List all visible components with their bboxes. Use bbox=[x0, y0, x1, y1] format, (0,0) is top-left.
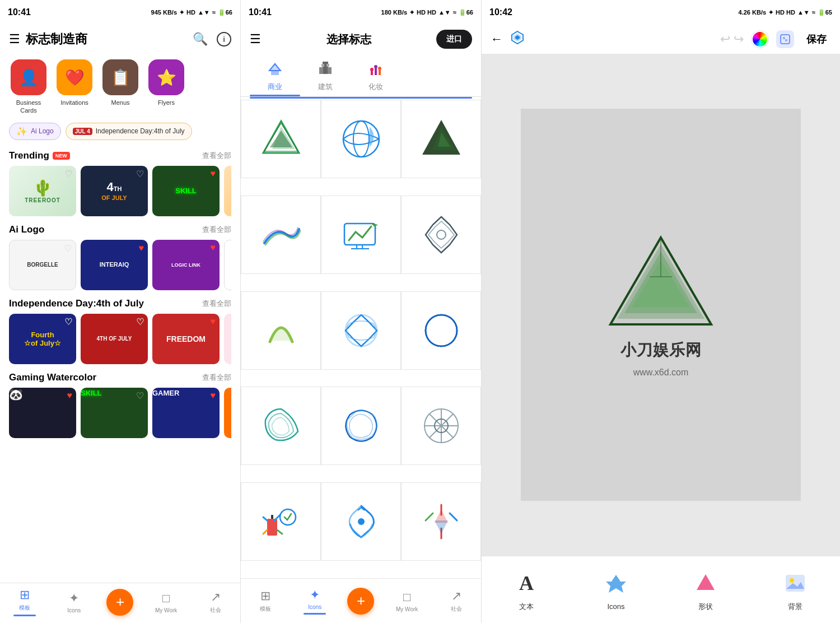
card-treeroot[interactable]: ♡ 🌵 TREEROOT bbox=[9, 166, 76, 216]
heart-icon-logiclink[interactable]: ♥ bbox=[211, 243, 216, 253]
heart-icon-fourth[interactable]: ♡ bbox=[64, 317, 72, 327]
logo-cell-15[interactable] bbox=[401, 482, 481, 561]
logo-cell-14[interactable] bbox=[321, 482, 401, 561]
card-gamer1[interactable]: ♥ 🐼 bbox=[9, 388, 76, 438]
canvas-background: 小刀娱乐网 www.x6d.com bbox=[521, 109, 801, 501]
heart-icon-gamer3[interactable]: ♥ bbox=[211, 390, 216, 401]
card-interaiq[interactable]: ♥ INTERAIQ bbox=[81, 240, 148, 290]
logo-cell-6[interactable] bbox=[401, 196, 481, 274]
tag-ai-logo[interactable]: ✨ Ai Logo bbox=[9, 123, 61, 140]
heart-icon-gamer1[interactable]: ♥ bbox=[67, 390, 73, 401]
logo-cell-11[interactable] bbox=[321, 387, 401, 465]
section-title-ailogo: Ai Logo bbox=[9, 224, 44, 235]
share-icon[interactable] bbox=[776, 30, 794, 48]
trending-cards: ♡ 🌵 TREEROOT ♡ 4TH OF JULY ♥ SKILL bbox=[9, 166, 231, 218]
info-icon-1[interactable]: i bbox=[217, 32, 231, 47]
heart-icon-treeroot[interactable]: ♡ bbox=[64, 169, 72, 179]
logo-cell-8[interactable] bbox=[321, 291, 401, 370]
card-gamer2[interactable]: ♡ SKILL bbox=[81, 388, 148, 438]
canvas-area[interactable]: 小刀娱乐网 www.x6d.com bbox=[482, 54, 840, 556]
heart-icon-gamer2[interactable]: ♡ bbox=[136, 390, 144, 401]
svg-marker-52 bbox=[435, 520, 448, 534]
card-july[interactable]: ♡ 4TH OF JULY bbox=[81, 166, 148, 216]
category-row-1: 👤 BusinessCards ❤️ Invitations 📋 Menus ⭐… bbox=[0, 54, 240, 120]
heart-icon-freedom[interactable]: ♥ bbox=[211, 317, 216, 327]
nav-templates-1[interactable]: ⊞ 模板 bbox=[8, 588, 41, 616]
section-title-gaming: Gaming Watercolor bbox=[9, 372, 96, 383]
card-freedom[interactable]: ♥ FREEDOM bbox=[152, 314, 220, 364]
nav-social-1[interactable]: ↗ 社会 bbox=[199, 590, 232, 614]
redo-icon[interactable]: ↪ bbox=[734, 32, 744, 47]
heart-icon-skill[interactable]: ♥ bbox=[211, 169, 216, 179]
sections-scroll-1[interactable]: Trending NEW 查看全部 ♡ 🌵 TREEROOT ♡ 4TH OF … bbox=[0, 145, 240, 583]
category-flyers[interactable]: ⭐ Flyers bbox=[147, 59, 186, 115]
card-fourth[interactable]: ♡ Fourth☆of July☆ bbox=[9, 314, 76, 364]
logo-cell-1[interactable] bbox=[241, 100, 321, 178]
heart-icon-interaiq[interactable]: ♥ bbox=[139, 243, 144, 253]
logo-cell-7[interactable] bbox=[241, 291, 321, 370]
tool-shapes[interactable]: 形状 bbox=[690, 568, 721, 612]
tab-cosmetics[interactable]: 化妆 bbox=[351, 54, 401, 96]
nav-mywork-2[interactable]: □ My Work bbox=[390, 590, 424, 612]
card-skill[interactable]: ♥ SKILL bbox=[152, 166, 220, 216]
card-logiclink[interactable]: ♥ LOGIC LINK bbox=[152, 240, 220, 290]
logo-cell-5[interactable] bbox=[321, 196, 401, 274]
heart-icon-borgelle[interactable]: ♡ bbox=[64, 243, 72, 254]
nav-icons-2[interactable]: ✦ Icons bbox=[298, 588, 332, 615]
tool-text[interactable]: A 文本 bbox=[511, 568, 542, 612]
tab-business[interactable]: 商业 bbox=[250, 54, 300, 96]
back-icon[interactable]: ← bbox=[491, 32, 503, 47]
logo-cell-12[interactable] bbox=[401, 387, 481, 465]
add-button-1[interactable]: + bbox=[106, 589, 133, 616]
trending-viewall[interactable]: 查看全部 bbox=[202, 151, 231, 161]
independence-viewall[interactable]: 查看全部 bbox=[202, 299, 231, 309]
tab-architecture[interactable]: 建筑 bbox=[300, 54, 351, 96]
card-gamer4[interactable] bbox=[224, 388, 231, 438]
category-invitations[interactable]: ❤️ Invitations bbox=[55, 59, 94, 115]
svg-rect-8 bbox=[379, 69, 381, 75]
social-icon-1: ↗ bbox=[211, 590, 221, 605]
card-borgelle[interactable]: ♡ BORGELLE bbox=[9, 240, 76, 290]
menu-icon-2[interactable]: ☰ bbox=[250, 32, 261, 47]
import-button[interactable]: 进口 bbox=[436, 30, 472, 49]
card-cut[interactable] bbox=[224, 166, 231, 216]
nav-mywork-1[interactable]: □ My Work bbox=[150, 591, 183, 613]
layers-icon[interactable] bbox=[510, 30, 525, 49]
category-business-cards[interactable]: 👤 BusinessCards bbox=[9, 59, 48, 115]
tool-icons[interactable]: Icons bbox=[601, 569, 631, 611]
svg-rect-1 bbox=[323, 62, 328, 74]
category-menus[interactable]: 📋 Menus bbox=[101, 59, 140, 115]
logo-cell-4[interactable] bbox=[241, 196, 321, 274]
card-ai4[interactable] bbox=[224, 240, 231, 290]
header-3: ← ↩ ↪ 保存 bbox=[482, 25, 840, 54]
logo-cell-10[interactable] bbox=[241, 387, 321, 465]
svg-point-45 bbox=[280, 509, 296, 525]
heart-icon-july[interactable]: ♡ bbox=[136, 169, 144, 179]
add-button-2[interactable]: + bbox=[347, 588, 374, 615]
svg-rect-3 bbox=[328, 67, 332, 74]
search-icon-1[interactable]: 🔍 bbox=[193, 32, 208, 47]
svg-point-10 bbox=[374, 65, 377, 68]
nav-social-2[interactable]: ↗ 社会 bbox=[440, 589, 473, 613]
heart-icon-4thofjuly[interactable]: ♡ bbox=[136, 317, 144, 327]
card-ind4[interactable] bbox=[224, 314, 231, 364]
card-gamer3[interactable]: ♥ GAMER bbox=[152, 388, 220, 438]
logo-cell-13[interactable] bbox=[241, 482, 321, 561]
color-wheel-icon[interactable] bbox=[752, 31, 768, 48]
status-icons-2: 180 KB/s ✦ HD HD ▲▼ ≈ 🔋66 bbox=[381, 9, 473, 16]
ailogo-viewall[interactable]: 查看全部 bbox=[202, 225, 231, 235]
logo-cell-2[interactable] bbox=[321, 100, 401, 178]
gaming-viewall[interactable]: 查看全部 bbox=[202, 373, 231, 383]
svg-point-11 bbox=[378, 67, 381, 70]
social-icon-2: ↗ bbox=[451, 589, 461, 603]
save-button[interactable]: 保存 bbox=[802, 30, 831, 48]
logo-cell-9[interactable] bbox=[401, 291, 481, 370]
tool-background[interactable]: 背景 bbox=[780, 568, 810, 612]
logo-cell-3[interactable] bbox=[401, 100, 481, 178]
card-4thofjuly[interactable]: ♡ 4TH OF JULY bbox=[81, 314, 148, 364]
tag-independence-day[interactable]: JUL 4 Independence Day:4th of July bbox=[66, 123, 192, 140]
nav-icons-1[interactable]: ✦ Icons bbox=[57, 591, 91, 613]
nav-templates-2[interactable]: ⊞ 模板 bbox=[249, 589, 282, 613]
menu-icon-1[interactable]: ☰ bbox=[9, 32, 20, 47]
undo-icon[interactable]: ↩ bbox=[720, 32, 730, 47]
